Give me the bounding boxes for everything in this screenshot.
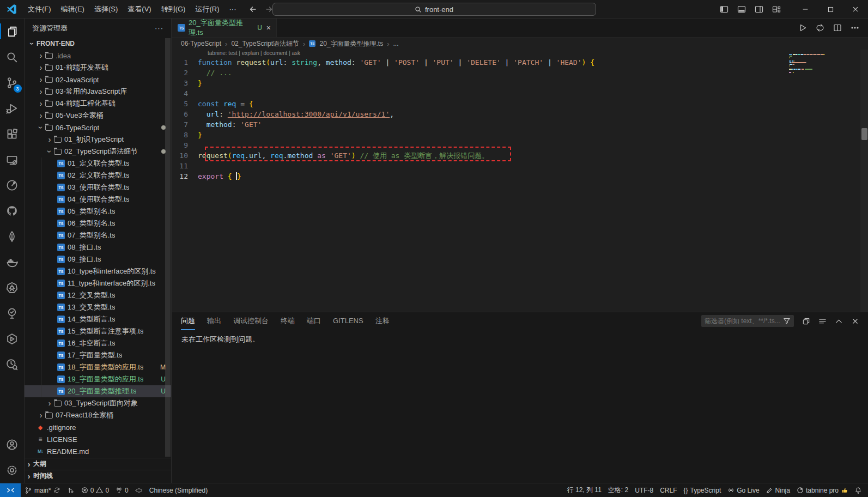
tree-root[interactable]: › FRONT-END [25,38,171,50]
tree-item[interactable]: TS14_类型断言.ts [25,313,171,325]
github-icon[interactable] [0,198,25,223]
back-arrow-icon[interactable] [248,5,257,14]
tree-item[interactable]: ›01-前端开发基础 [25,62,171,74]
tree-item[interactable]: ›.idea [25,50,171,62]
sidebar-more-actions[interactable]: ··· [155,24,163,32]
extensions-icon[interactable] [0,121,25,147]
docker-icon[interactable] [0,249,25,275]
eol-sequence[interactable]: CRLF [657,483,679,497]
git-branch-status[interactable]: main* [22,483,63,497]
ports-status[interactable]: 0 [113,483,131,497]
code-line[interactable]: 6 url: 'http://localhost:3000/api/v1/use… [172,109,868,119]
tree-item[interactable]: M↓README.md [25,445,171,457]
sidebar-scrollbar[interactable] [165,38,171,457]
menu-file[interactable]: 文件(F) [23,0,56,19]
filter-input[interactable] [705,317,783,325]
gitlens-compare-button[interactable] [64,483,77,497]
tabnine-codelens[interactable]: tabnine: test | explain | document | ask [172,50,868,57]
tab-terminal[interactable]: 终端 [281,312,295,330]
customize-layout-icon[interactable] [772,5,781,14]
close-button[interactable] [843,0,868,19]
command-center-search[interactable]: front-end [272,3,596,16]
menu-selection[interactable]: 选择(S) [89,0,123,19]
tree-item[interactable]: TS10_type和interface的区别.ts [25,265,171,277]
open-changes-icon[interactable] [816,23,824,32]
remote-indicator[interactable] [0,483,21,497]
tree-item[interactable]: TS18_字面量类型的应用.tsM [25,361,171,373]
tree-item[interactable]: TS04_使用联合类型.ts [25,193,171,205]
menu-edit[interactable]: 编辑(E) [56,0,89,19]
hexagon-play-icon[interactable] [0,326,25,351]
circle-pointer-icon[interactable] [0,172,25,198]
settings-gear-icon[interactable] [0,457,25,483]
explorer-icon[interactable] [0,19,25,44]
go-live-button[interactable]: Go Live [725,483,762,497]
code-line[interactable]: 2 // ... [172,68,868,78]
menu-view[interactable]: 查看(V) [123,0,156,19]
more-actions-icon[interactable] [851,23,859,32]
menu-more[interactable]: ··· [224,0,241,19]
timeline-section[interactable]: › 时间线 [25,470,171,482]
toggle-sidebar-icon[interactable] [720,5,729,14]
minimize-button[interactable] [793,0,818,19]
minimap[interactable] [789,54,852,74]
close-panel-icon[interactable] [851,317,859,325]
code-line[interactable]: 1function request(url: string, method: '… [172,57,868,68]
tree-item[interactable]: ›04-前端工程化基础 [25,98,171,110]
tab-comments[interactable]: 注释 [375,312,390,330]
mongodb-leaf-icon[interactable] [0,223,25,249]
remote-explorer-icon[interactable] [0,147,25,172]
tree-item[interactable]: TS19_字面量类型的应用.tsU [25,373,171,385]
tree-item[interactable]: TS15_类型断言注意事项.ts [25,325,171,337]
code-line[interactable]: 8} [172,130,868,140]
tree-item[interactable]: TS17_字面量类型.ts [25,349,171,361]
tree-item[interactable]: ≡LICENSE [25,433,171,445]
tab-problems[interactable]: 问题 [181,312,195,330]
toggle-panel-icon[interactable] [737,5,746,14]
tab-gitlens[interactable]: GITLENS [333,312,363,330]
tree-item[interactable]: ◆.gitignore [25,421,171,433]
notifications-bell[interactable] [852,483,865,497]
tree-item[interactable]: TS20_字面量类型推理.tsU [25,385,171,397]
code-line[interactable]: 3} [172,78,868,88]
tree-item[interactable]: ›02-JavaScript [25,74,171,86]
encoding[interactable]: UTF-8 [632,483,656,497]
tab-ports[interactable]: 端口 [307,312,321,330]
run-file-icon[interactable] [798,23,807,32]
outline-section[interactable]: › 大纲 [25,458,171,470]
tree-item[interactable]: ›03-常用的JavaScript库 [25,86,171,98]
run-debug-icon[interactable] [0,95,25,121]
ninja-button[interactable]: Ninja [763,483,793,497]
tree-item[interactable]: TS08_接口.ts [25,241,171,253]
tree-item[interactable]: TS11_type和interface的区别.ts [25,277,171,289]
editor-scrollbar[interactable] [860,50,868,312]
commit-search-icon[interactable] [0,351,25,377]
tree-item[interactable]: ›02_TypeScript语法细节 [25,146,171,157]
tree-item[interactable]: TS13_交叉类型.ts [25,301,171,313]
split-editor-icon[interactable] [833,23,842,32]
editor-tab[interactable]: TS 20_字面量类型推理.ts U × [172,19,277,37]
tabnine-status[interactable]: tabnine pro [794,483,851,497]
breadcrumb-item[interactable]: 02_TypeScript语法细节 [231,39,299,49]
tree-item[interactable]: ›07-React18全家桶 [25,409,171,421]
search-sidebar-icon[interactable] [0,44,25,70]
tree-item[interactable]: ›06-TypeScript [25,122,171,134]
tree-item[interactable]: ›01_初识TypeScript [25,134,171,146]
tab-debug-console[interactable]: 调试控制台 [233,312,269,330]
language-mode[interactable]: {}TypeScript [681,483,724,497]
view-as-table-icon[interactable] [818,317,827,325]
source-control-icon[interactable]: 3 [0,70,25,95]
kubernetes-icon[interactable] [0,275,25,300]
cursor-position[interactable]: 行 12, 列 11 [564,483,604,497]
tree-item[interactable]: TS05_类型别名.ts [25,205,171,217]
tree-item[interactable]: TS03_使用联合类型.ts [25,181,171,193]
toggle-secondary-sidebar-icon[interactable] [755,5,763,14]
problems-filter[interactable] [701,315,794,327]
tab-close-icon[interactable]: × [266,23,271,32]
tree-item[interactable]: TS07_类型别名.ts [25,229,171,241]
code-line[interactable]: 7 method: 'GET' [172,119,868,130]
tree-item[interactable]: TS16_非空断言.ts [25,337,171,349]
tree-item[interactable]: TS01_定义联合类型.ts [25,157,171,169]
tab-output[interactable]: 输出 [207,312,221,330]
maximize-panel-icon[interactable] [835,317,843,325]
